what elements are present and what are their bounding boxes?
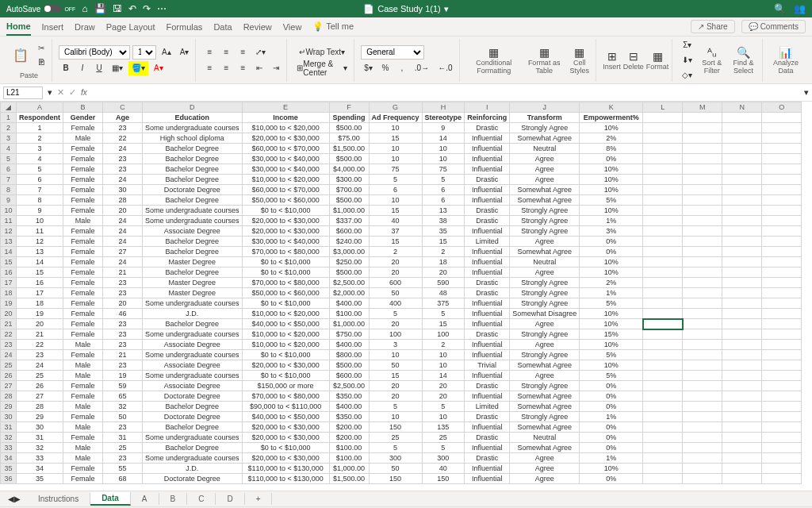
cell[interactable]: $0 to < $10,000	[242, 443, 329, 453]
row-header[interactable]: 30	[1, 412, 17, 422]
cell[interactable]: $0 to < $10,000	[242, 257, 329, 267]
cell[interactable]	[643, 350, 683, 360]
align-left[interactable]: ≡	[202, 61, 216, 75]
cell[interactable]: 24	[103, 144, 143, 154]
cell[interactable]: $150,000 or more	[242, 381, 329, 391]
align-mid[interactable]: ≡	[219, 45, 233, 60]
cell[interactable]: Bachelor Degree	[143, 237, 243, 247]
cell[interactable]: Influential	[465, 164, 510, 175]
cell[interactable]: $20,000 to < $30,000	[242, 133, 329, 144]
cell[interactable]	[722, 402, 762, 412]
sort-label[interactable]: Sort & Filter	[698, 59, 726, 75]
cell[interactable]	[762, 360, 802, 371]
cell[interactable]	[683, 288, 722, 298]
cell[interactable]	[722, 453, 762, 464]
row-header[interactable]: 16	[1, 267, 17, 278]
cell[interactable]: Female	[63, 433, 103, 443]
cell[interactable]	[683, 443, 722, 453]
formula-expand-icon[interactable]: ▾	[804, 87, 809, 98]
cell[interactable]: 150	[369, 422, 422, 433]
cell[interactable]: $100.00	[329, 453, 369, 464]
cell[interactable]: $20,000 to < $30,000	[242, 360, 329, 371]
row-header[interactable]: 11	[1, 216, 17, 226]
cell[interactable]: Drastic	[465, 206, 510, 216]
cell[interactable]: 15	[369, 237, 422, 247]
cell[interactable]: 20	[422, 267, 465, 278]
cell[interactable]: 135	[422, 422, 465, 433]
cancel-icon[interactable]: ✕	[57, 87, 64, 98]
cell[interactable]: 10	[422, 144, 465, 154]
align-top[interactable]: ≡	[202, 45, 216, 60]
cell[interactable]	[762, 309, 802, 319]
cell[interactable]	[643, 329, 683, 340]
cell[interactable]: Female	[63, 309, 103, 319]
cell[interactable]: 21	[17, 329, 63, 340]
data-header[interactable]: Spending	[329, 113, 369, 123]
data-header[interactable]: Gender	[63, 113, 103, 123]
cell[interactable]	[762, 422, 802, 433]
cell[interactable]	[722, 309, 762, 319]
cell[interactable]	[643, 309, 683, 319]
cell[interactable]: $500.00	[329, 123, 369, 133]
cell[interactable]: 27	[103, 247, 143, 257]
cell[interactable]: 23	[103, 164, 143, 175]
fill-button[interactable]: 🪣▾	[128, 61, 148, 75]
cell[interactable]	[722, 237, 762, 247]
cell[interactable]: 23	[103, 278, 143, 288]
cell[interactable]	[722, 123, 762, 133]
cell[interactable]: Male	[63, 453, 103, 464]
cell[interactable]: 5	[369, 175, 422, 185]
wrap-button[interactable]: ↵ Wrap Text ▾	[293, 45, 350, 60]
cell[interactable]: 18	[17, 298, 63, 309]
cell[interactable]: Some undergraduate courses	[143, 123, 243, 133]
cell[interactable]: Female	[63, 257, 103, 267]
cell[interactable]: 23	[103, 154, 143, 164]
cell[interactable]: Influential	[465, 464, 510, 474]
cut-icon[interactable]: ✂	[34, 41, 48, 56]
cell[interactable]: $500.00	[329, 195, 369, 206]
cell[interactable]: 30	[103, 185, 143, 195]
cell[interactable]: J.D.	[143, 464, 243, 474]
cell[interactable]	[762, 267, 802, 278]
cell[interactable]: 5	[17, 164, 63, 175]
undo-icon[interactable]: ↶	[128, 3, 136, 14]
cell[interactable]: 5	[369, 309, 422, 319]
cell[interactable]	[762, 443, 802, 453]
data-header[interactable]: Reinforcing	[465, 113, 510, 123]
row-header[interactable]: 35	[1, 464, 17, 474]
cell[interactable]	[722, 443, 762, 453]
cell[interactable]	[762, 474, 802, 484]
cell[interactable]: Influential	[465, 371, 510, 381]
cell[interactable]: Female	[63, 247, 103, 257]
row-header[interactable]: 36	[1, 474, 17, 484]
col-header[interactable]: F	[329, 102, 369, 113]
cell[interactable]: Male	[63, 422, 103, 433]
col-header[interactable]: J	[510, 102, 580, 113]
cell[interactable]: Male	[63, 133, 103, 144]
cell[interactable]	[762, 185, 802, 195]
row-header[interactable]: 29	[1, 402, 17, 412]
cell[interactable]	[683, 474, 722, 484]
cell[interactable]	[683, 257, 722, 267]
cell[interactable]: Female	[63, 298, 103, 309]
cell[interactable]: Female	[63, 206, 103, 216]
cell[interactable]: 50	[369, 288, 422, 298]
autosave[interactable]: AutoSaveOFF	[6, 5, 75, 13]
cell[interactable]: 10	[422, 154, 465, 164]
cell[interactable]: 6	[369, 185, 422, 195]
cell[interactable]	[722, 133, 762, 144]
cell[interactable]: $70,000 to < $80,000	[242, 391, 329, 402]
cell[interactable]: 10	[422, 360, 465, 371]
cell[interactable]: 13	[422, 206, 465, 216]
cell[interactable]: 300	[422, 453, 465, 464]
data-header[interactable]: Age	[103, 113, 143, 123]
cell[interactable]: 15	[369, 371, 422, 381]
cell[interactable]	[722, 319, 762, 329]
cell[interactable]: Bachelor Degree	[143, 144, 243, 154]
cell[interactable]: 35	[17, 474, 63, 484]
cell[interactable]: 10%	[580, 360, 643, 371]
sheet-c[interactable]: C	[187, 493, 216, 505]
cell[interactable]	[762, 195, 802, 206]
sheet-area[interactable]: ◢ABCDEFGHIJKLMNO1RespondentGenderAgeEduc…	[0, 102, 812, 491]
fx-icon[interactable]: fx	[81, 88, 87, 97]
